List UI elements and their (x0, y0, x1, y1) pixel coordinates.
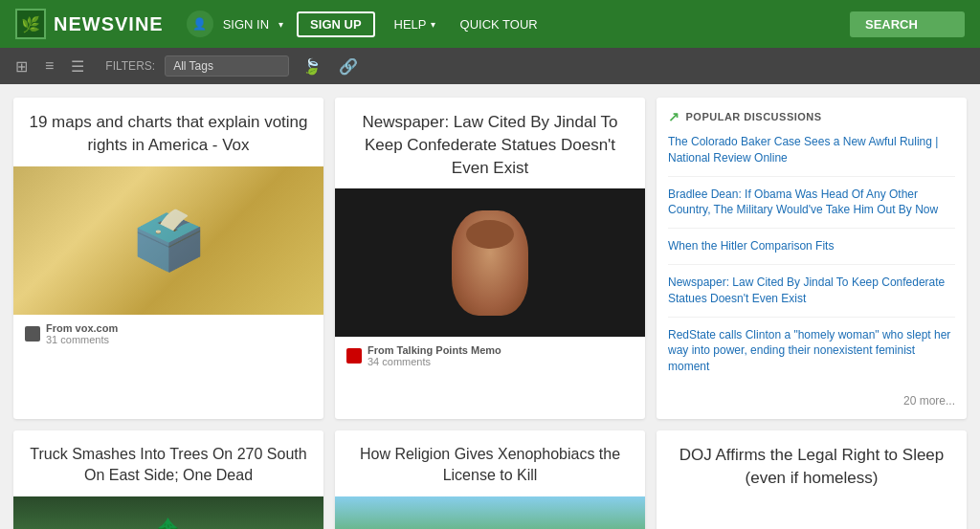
card-doj: DOJ Affirms the Legal Right to Sleep (ev… (657, 430, 967, 529)
card-truck: Truck Smashes Into Trees On 270 South On… (13, 430, 323, 529)
compact-list-icon[interactable]: ☰ (67, 54, 88, 79)
signin-button[interactable]: SIGN IN (217, 13, 275, 35)
card-jindal-title: Newspaper: Law Cited By Jindal To Keep C… (335, 98, 645, 188)
toolbar: ⊞ ≡ ☰ FILTERS: 🍃 🔗 (0, 48, 980, 84)
grid-view-icon[interactable]: ⊞ (11, 54, 32, 79)
discussion-item: The Colorado Baker Case Sees a New Awful… (668, 134, 955, 177)
popular-discussions-panel: ↗ POPULAR DISCUSSIONS The Colorado Baker… (657, 98, 967, 419)
filters-label: FILTERS: (105, 59, 155, 73)
discussion-item: RedState calls Clinton a "homely woman" … (668, 327, 955, 385)
jindal-face (452, 210, 528, 316)
logo-icon: 🌿 (15, 9, 46, 39)
main-content: 19 maps and charts that explain voting r… (0, 84, 980, 529)
tpm-source-icon (346, 348, 362, 364)
card-voting-rights-image (13, 166, 323, 315)
vox-source-icon (25, 326, 40, 342)
card-voting-rights-footer: From vox.com 31 comments (13, 315, 323, 353)
logo-text: NEWSVINE (54, 13, 164, 35)
trending-icon: ↗ (668, 109, 680, 124)
card-doj-title: DOJ Affirms the Legal Right to Sleep (ev… (657, 430, 967, 499)
logo-area: 🌿 NEWSVINE (15, 9, 164, 39)
card-jindal: Newspaper: Law Cited By Jindal To Keep C… (335, 98, 645, 419)
card1-comments: 31 comments (46, 334, 118, 345)
card1-source: From vox.com (46, 322, 118, 334)
help-button[interactable]: HELP ▾ (389, 13, 441, 35)
user-avatar: 👤 (187, 11, 213, 37)
discussion-link-5[interactable]: RedState calls Clinton a "homely woman" … (668, 327, 955, 375)
signup-button[interactable]: SIGN UP (297, 11, 374, 37)
card2-comments: 34 comments (368, 356, 501, 367)
discussion-item: Newspaper: Law Cited By Jindal To Keep C… (668, 275, 955, 318)
card-religion-title: How Religion Gives Xenophobiacs the Lice… (335, 430, 645, 496)
discussion-item: When the Hitler Comparison Fits (668, 238, 955, 265)
popular-header: ↗ POPULAR DISCUSSIONS (668, 109, 955, 124)
list-view-icon[interactable]: ≡ (41, 54, 57, 78)
card-religion: How Religion Gives Xenophobiacs the Lice… (335, 430, 645, 529)
card-voting-rights-title: 19 maps and charts that explain voting r… (13, 98, 323, 166)
signin-chevron: ▾ (278, 19, 283, 30)
card-religion-image (335, 496, 645, 529)
truck-image-icon: 🌲 (145, 517, 192, 529)
tags-input[interactable] (165, 55, 289, 77)
card-voting-rights: 19 maps and charts that explain voting r… (13, 98, 323, 419)
card-jindal-footer: From Talking Points Memo 34 comments (335, 337, 645, 375)
card2-source: From Talking Points Memo (368, 344, 501, 356)
discussion-link-3[interactable]: When the Hitler Comparison Fits (668, 238, 955, 254)
card-truck-image: 🌲 (13, 496, 323, 529)
header: 🌿 NEWSVINE 👤 SIGN IN ▾ SIGN UP HELP ▾ QU… (0, 0, 980, 48)
search-button[interactable]: SEARCH (850, 11, 965, 37)
help-chevron: ▾ (431, 19, 435, 30)
discussion-item: Bradlee Dean: If Obama Was Head Of Any O… (668, 187, 955, 230)
quick-tour-button[interactable]: QUICK TOUR (455, 13, 544, 35)
link-icon[interactable]: 🔗 (335, 54, 362, 79)
leaf-icon[interactable]: 🍃 (299, 54, 325, 79)
signin-container[interactable]: 👤 SIGN IN ▾ (187, 11, 283, 37)
more-discussions-link[interactable]: 20 more... (668, 394, 955, 408)
card-truck-title: Truck Smashes Into Trees On 270 South On… (13, 430, 323, 496)
discussion-link-2[interactable]: Bradlee Dean: If Obama Was Head Of Any O… (668, 187, 955, 219)
discussion-link-4[interactable]: Newspaper: Law Cited By Jindal To Keep C… (668, 275, 955, 307)
discussion-link-1[interactable]: The Colorado Baker Case Sees a New Awful… (668, 134, 955, 166)
card-jindal-image (335, 188, 645, 337)
